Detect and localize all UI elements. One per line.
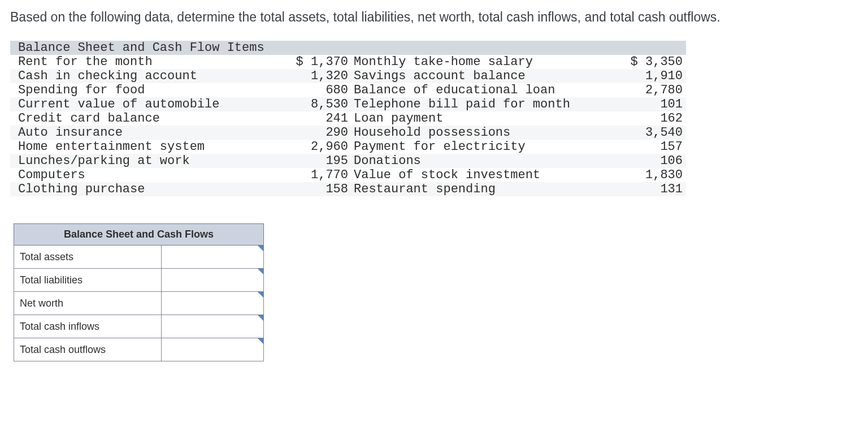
data-right-label: Balance of educational loan	[348, 83, 517, 97]
data-right-label: Value of stock investment	[348, 168, 517, 182]
data-left-value: 158	[179, 182, 348, 196]
data-left-value: 1,770	[179, 168, 348, 182]
data-left-label: Credit card balance	[10, 111, 179, 126]
data-left-value: $ 1,370	[179, 55, 348, 69]
input-flag-icon	[258, 292, 263, 298]
input-flag-icon	[258, 269, 263, 274]
data-right-label: Monthly take-home salary	[348, 55, 517, 69]
balance-sheet-items-table: Balance Sheet and Cash Flow Items Rent f…	[10, 41, 686, 196]
data-right-value: 162	[517, 111, 686, 126]
answer-label: Total cash inflows	[14, 315, 162, 338]
data-right-value: 3,540	[517, 126, 686, 140]
data-right-value: 157	[517, 140, 686, 154]
data-left-label: Clothing purchase	[10, 182, 179, 196]
data-right-value: 106	[517, 154, 686, 168]
data-left-label: Current value of automobile	[10, 97, 179, 111]
table-row: Total cash inflows	[14, 315, 264, 338]
data-right-label: Telephone bill paid for month	[348, 97, 517, 111]
answer-table: Balance Sheet and Cash Flows Total asset…	[14, 223, 264, 361]
table-row: Total cash outflows	[14, 338, 264, 361]
table-row: Net worth	[14, 292, 264, 315]
data-right-value: 1,830	[517, 168, 686, 182]
total-assets-input[interactable]	[162, 245, 263, 268]
net-worth-input[interactable]	[162, 292, 263, 315]
total-liabilities-input[interactable]	[162, 269, 263, 291]
data-right-label: Savings account balance	[348, 69, 517, 83]
data-right-value: $ 3,350	[517, 55, 686, 69]
input-flag-icon	[258, 245, 263, 251]
data-right-value: 131	[517, 182, 686, 196]
answer-table-header: Balance Sheet and Cash Flows	[14, 224, 264, 245]
data-left-value: 290	[179, 126, 348, 140]
data-right-label: Restaurant spending	[348, 182, 517, 196]
answer-label: Net worth	[14, 292, 162, 315]
data-right-label: Household possessions	[348, 126, 517, 140]
total-cash-outflows-input[interactable]	[162, 338, 263, 361]
data-left-label: Auto insurance	[10, 126, 179, 140]
data-right-value: 1,910	[517, 69, 686, 83]
data-left-label: Spending for food	[10, 83, 179, 97]
data-right-label: Donations	[348, 154, 517, 168]
table-row: Total assets	[14, 245, 264, 269]
answer-label: Total cash outflows	[14, 338, 162, 361]
data-left-value: 241	[179, 111, 348, 126]
data-right-label: Payment for electricity	[348, 140, 517, 154]
input-flag-icon	[258, 338, 263, 344]
data-table-header: Balance Sheet and Cash Flow Items	[10, 41, 686, 55]
answer-label: Total liabilities	[14, 269, 162, 292]
question-text: Based on the following data, determine t…	[10, 8, 858, 26]
data-left-label: Cash in checking account	[10, 69, 179, 83]
data-right-label: Loan payment	[348, 111, 517, 126]
data-left-value: 1,320	[179, 69, 348, 83]
total-cash-inflows-input[interactable]	[162, 315, 263, 338]
table-row: Total liabilities	[14, 269, 264, 292]
data-left-value: 680	[179, 83, 348, 97]
data-left-label: Rent for the month	[10, 55, 179, 69]
answer-label: Total assets	[14, 245, 162, 269]
data-left-label: Home entertainment system	[10, 140, 179, 154]
data-left-label: Computers	[10, 168, 179, 182]
data-left-label: Lunches/parking at work	[10, 154, 179, 168]
data-left-value: 195	[179, 154, 348, 168]
input-flag-icon	[258, 315, 263, 321]
